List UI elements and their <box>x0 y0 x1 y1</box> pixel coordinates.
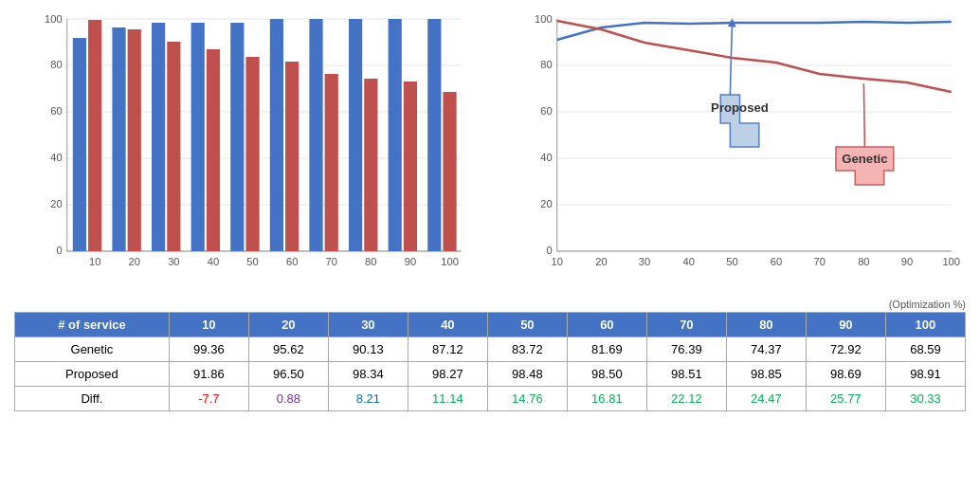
svg-text:90: 90 <box>405 256 416 267</box>
bar-red-7 <box>325 74 338 251</box>
col-header-30: 30 <box>328 313 408 337</box>
cell-diff-70: 22.12 <box>646 387 726 411</box>
cell-proposed-20: 96.50 <box>248 362 328 387</box>
optimization-label: (Optimization %) <box>14 299 966 310</box>
col-header-100: 100 <box>885 313 965 337</box>
table-header-row: # of service 10 20 30 40 50 60 70 80 90 … <box>15 313 966 337</box>
cell-genetic-30: 90.13 <box>328 337 408 362</box>
row-label-diff: Diff. <box>15 387 170 411</box>
svg-text:80: 80 <box>540 59 552 70</box>
svg-text:0: 0 <box>546 245 552 256</box>
svg-text:20: 20 <box>595 256 607 267</box>
bar-blue-4 <box>191 23 205 251</box>
cell-proposed-30: 98.34 <box>328 362 408 387</box>
bar-red-8 <box>364 79 377 251</box>
cell-diff-80: 24.47 <box>726 387 806 411</box>
bar-blue-10 <box>427 19 441 251</box>
cell-diff-30: 8.21 <box>328 387 408 411</box>
svg-text:40: 40 <box>50 152 62 163</box>
col-header-60: 60 <box>567 313 646 337</box>
svg-text:30: 30 <box>639 256 650 267</box>
svg-text:20: 20 <box>50 198 62 209</box>
svg-text:100: 100 <box>441 256 459 267</box>
cell-genetic-80: 74.37 <box>726 337 806 362</box>
row-label-genetic: Genetic <box>15 337 170 362</box>
svg-text:20: 20 <box>540 198 552 209</box>
svg-text:10: 10 <box>89 256 100 267</box>
svg-text:100: 100 <box>942 256 960 267</box>
svg-text:50: 50 <box>726 256 737 267</box>
svg-text:100: 100 <box>535 13 553 25</box>
svg-text:60: 60 <box>771 256 782 267</box>
svg-text:40: 40 <box>540 152 552 163</box>
bar-blue-5 <box>230 23 244 251</box>
cell-diff-50: 14.76 <box>487 387 567 411</box>
cell-proposed-90: 98.69 <box>806 362 885 387</box>
bar-chart-container: 0 20 40 60 80 100 10 20 30 <box>0 0 490 294</box>
svg-text:60: 60 <box>286 256 298 267</box>
bar-blue-9 <box>389 19 402 251</box>
cell-proposed-40: 98.27 <box>408 362 487 387</box>
svg-text:10: 10 <box>552 256 563 267</box>
cell-genetic-60: 81.69 <box>567 337 646 362</box>
cell-proposed-80: 98.85 <box>726 362 806 387</box>
bar-blue-3 <box>152 23 165 251</box>
cell-genetic-20: 95.62 <box>248 337 328 362</box>
bar-red-3 <box>167 42 180 251</box>
bar-red-1 <box>88 20 101 251</box>
bar-red-6 <box>285 62 299 251</box>
cell-genetic-50: 83.72 <box>487 337 567 362</box>
cell-proposed-50: 98.48 <box>487 362 567 387</box>
svg-text:40: 40 <box>208 256 219 267</box>
bar-red-5 <box>245 57 259 251</box>
cell-proposed-100: 98.91 <box>885 362 965 387</box>
svg-text:60: 60 <box>50 105 62 117</box>
svg-text:100: 100 <box>45 13 63 25</box>
svg-text:20: 20 <box>129 256 140 267</box>
col-header-10: 10 <box>169 313 248 337</box>
table-row-genetic: Genetic 99.36 95.62 90.13 87.12 83.72 81… <box>15 337 966 362</box>
svg-text:40: 40 <box>683 256 695 267</box>
line-genetic <box>557 21 952 92</box>
cell-proposed-70: 98.51 <box>646 362 726 387</box>
cell-diff-20: 0.88 <box>248 387 328 411</box>
cell-diff-10: -7.7 <box>169 387 248 411</box>
col-header-20: 20 <box>248 313 328 337</box>
bar-chart: 0 20 40 60 80 100 10 20 30 <box>19 9 481 275</box>
cell-diff-100: 30.33 <box>885 387 965 411</box>
svg-text:60: 60 <box>540 105 552 117</box>
cell-genetic-10: 99.36 <box>169 337 248 362</box>
bar-blue-1 <box>73 38 86 251</box>
svg-text:70: 70 <box>326 256 337 267</box>
cell-diff-90: 25.77 <box>806 387 885 411</box>
svg-text:30: 30 <box>168 256 179 267</box>
cell-proposed-10: 91.86 <box>169 362 248 387</box>
bar-blue-2 <box>112 27 125 251</box>
line-chart: 0 20 40 60 80 100 10 20 30 40 50 60 70 8… <box>509 9 971 275</box>
cell-diff-40: 11.14 <box>408 387 487 411</box>
data-table-section: (Optimization %) # of service 10 20 30 4… <box>0 294 980 421</box>
cell-proposed-60: 98.50 <box>567 362 646 387</box>
line-chart-container: 0 20 40 60 80 100 10 20 30 40 50 60 70 8… <box>490 0 980 294</box>
cell-diff-60: 16.81 <box>567 387 646 411</box>
svg-text:50: 50 <box>246 256 258 267</box>
cell-genetic-90: 72.92 <box>806 337 885 362</box>
cell-genetic-100: 68.59 <box>885 337 965 362</box>
col-header-40: 40 <box>408 313 487 337</box>
line-proposed <box>557 22 952 40</box>
col-header-90: 90 <box>806 313 885 337</box>
col-header-70: 70 <box>646 313 726 337</box>
col-header-80: 80 <box>726 313 806 337</box>
bar-red-10 <box>443 92 456 251</box>
col-header-50: 50 <box>487 313 567 337</box>
svg-text:70: 70 <box>814 256 826 267</box>
svg-text:80: 80 <box>858 256 869 267</box>
cell-genetic-40: 87.12 <box>408 337 487 362</box>
svg-text:Genetic: Genetic <box>842 152 887 166</box>
svg-text:Proposed: Proposed <box>711 100 769 115</box>
bar-blue-7 <box>309 19 322 251</box>
svg-line-50 <box>730 23 732 95</box>
svg-line-53 <box>863 83 864 147</box>
svg-text:80: 80 <box>365 256 376 267</box>
bar-red-4 <box>207 49 220 251</box>
